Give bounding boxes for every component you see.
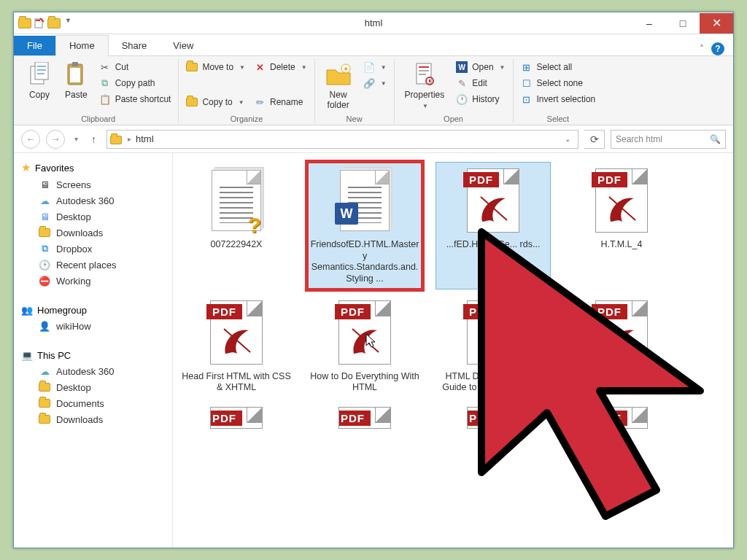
file-item[interactable]: PDFHead First HTML with CSS & XHTML bbox=[179, 294, 294, 398]
star-icon: ★ bbox=[21, 161, 31, 174]
breadcrumb-item[interactable]: html bbox=[136, 133, 154, 144]
svg-text:✦: ✦ bbox=[343, 65, 349, 73]
sidebar-item-desktop[interactable]: 🖥Desktop bbox=[18, 209, 168, 225]
this-pc-header[interactable]: 💻This PC bbox=[18, 347, 168, 363]
paste-icon bbox=[66, 62, 85, 87]
sidebar-item-downloads[interactable]: Downloads bbox=[18, 225, 168, 241]
history-button[interactable]: 🕐History bbox=[454, 93, 506, 106]
delete-button[interactable]: ✕Delete▼ bbox=[252, 61, 309, 74]
close-button[interactable]: ✕ bbox=[700, 13, 733, 34]
folder-icon bbox=[39, 381, 50, 393]
file-item[interactable]: PDFHow to Do Everything With HTML bbox=[307, 294, 422, 398]
paste-shortcut-icon: 📋 bbox=[99, 93, 111, 105]
folder-icon bbox=[18, 17, 31, 30]
file-item[interactable]: PDF bbox=[436, 402, 551, 432]
properties-icon[interactable] bbox=[33, 17, 46, 30]
search-input[interactable]: Search html 🔍 bbox=[611, 130, 726, 149]
tab-home[interactable]: Home bbox=[55, 35, 109, 56]
refresh-button[interactable]: ⟳ bbox=[584, 130, 605, 149]
move-to-button[interactable]: Move to▼ bbox=[185, 61, 247, 74]
new-folder-button[interactable]: ✦ New folder bbox=[321, 59, 356, 113]
move-to-icon bbox=[186, 61, 198, 73]
sidebar-item-pc-autodesk[interactable]: ☁Autodesk 360 bbox=[18, 363, 168, 379]
sidebar-item-recent[interactable]: 🕑Recent places bbox=[18, 257, 168, 273]
open-button[interactable]: WOpen▼ bbox=[454, 61, 506, 74]
edit-button[interactable]: ✎Edit bbox=[454, 77, 506, 90]
svg-rect-6 bbox=[37, 73, 44, 74]
ribbon-tabs: File Home Share View ˄ ? bbox=[14, 34, 733, 56]
svg-rect-15 bbox=[419, 74, 426, 75]
properties-label: Properties bbox=[405, 90, 445, 100]
pc-icon: 💻 bbox=[21, 349, 33, 361]
qat-dropdown-icon[interactable]: ▼ bbox=[62, 17, 74, 30]
file-name: H... visual for desig effective Web bbox=[567, 371, 676, 394]
copy-path-button[interactable]: ⧉Copy path bbox=[98, 77, 173, 90]
back-button[interactable]: ← bbox=[21, 130, 40, 149]
file-list[interactable]: ?007222942XWFriendsofED.HTML.Mastery Sem… bbox=[173, 153, 733, 548]
homegroup-icon: 👥 bbox=[21, 304, 33, 316]
paste-shortcut-button[interactable]: 📋Paste shortcut bbox=[98, 93, 173, 106]
folder-icon bbox=[110, 134, 123, 144]
rename-button[interactable]: ✏Rename bbox=[252, 96, 309, 109]
file-item[interactable]: PDFHTML Dog Best-Practic Guide to XHTM a… bbox=[436, 294, 551, 398]
homegroup-header[interactable]: 👥Homegroup bbox=[18, 302, 168, 318]
file-name: H.T.M.L_4 bbox=[601, 239, 643, 251]
file-item[interactable]: PDF bbox=[307, 402, 422, 432]
recent-locations-button[interactable]: ▾ bbox=[71, 130, 81, 149]
file-item[interactable]: PDFH.T.M.L_4 bbox=[564, 162, 679, 289]
paste-button[interactable]: Paste bbox=[61, 59, 92, 103]
forward-button[interactable]: → bbox=[46, 130, 65, 149]
dropbox-icon: ⧉ bbox=[39, 243, 50, 254]
copy-button[interactable]: Copy bbox=[24, 59, 55, 103]
file-icon: PDF bbox=[592, 407, 651, 429]
file-item[interactable]: PDF bbox=[564, 402, 679, 432]
sidebar-item-pc-documents[interactable]: Documents bbox=[18, 395, 168, 411]
recent-icon: 🕑 bbox=[39, 259, 50, 271]
sidebar-item-wikihow[interactable]: 👤wikiHow bbox=[18, 318, 168, 334]
address-dropdown-icon[interactable]: ⌄ bbox=[560, 135, 575, 143]
properties-button[interactable]: Properties ▼ bbox=[400, 59, 449, 112]
file-item[interactable]: WFriendsofED.HTML.Mastery Semantics.Stan… bbox=[307, 162, 422, 289]
sidebar-item-autodesk[interactable]: ☁Autodesk 360 bbox=[18, 192, 168, 209]
easy-access-button[interactable]: 🔗▼ bbox=[362, 77, 388, 90]
tab-share[interactable]: Share bbox=[109, 36, 160, 55]
tab-file[interactable]: File bbox=[14, 36, 55, 55]
sidebar-item-pc-downloads[interactable]: Downloads bbox=[18, 411, 168, 427]
svg-rect-14 bbox=[419, 70, 429, 71]
file-item[interactable]: PDF...fED.HTML Se... rds... bbox=[436, 162, 551, 289]
cut-button[interactable]: ✂Cut bbox=[98, 61, 173, 74]
address-bar[interactable]: ▸ html ⌄ bbox=[107, 130, 578, 149]
up-button[interactable]: ↑ bbox=[87, 133, 101, 145]
sidebar-item-pc-desktop[interactable]: Desktop bbox=[18, 379, 168, 395]
select-none-button[interactable]: ☐Select none bbox=[519, 77, 597, 90]
history-icon: 🕐 bbox=[456, 93, 468, 105]
invert-selection-button[interactable]: ⊡Invert selection bbox=[519, 93, 597, 106]
file-item[interactable]: PDF bbox=[179, 402, 294, 432]
sidebar-item-dropbox[interactable]: ⧉Dropbox bbox=[18, 241, 168, 257]
copy-to-button[interactable]: Copy to▼ bbox=[185, 96, 247, 109]
new-item-button[interactable]: 📄▼ bbox=[362, 61, 388, 74]
new-group-label: New bbox=[321, 113, 388, 123]
svg-rect-13 bbox=[419, 66, 429, 68]
maximize-button[interactable]: □ bbox=[666, 13, 700, 34]
sidebar-item-working[interactable]: ⛔Working bbox=[18, 273, 168, 289]
minimize-button[interactable]: – bbox=[632, 13, 666, 34]
file-name: Head First HTML with CSS & XHTML bbox=[182, 371, 291, 394]
svg-rect-17 bbox=[429, 79, 430, 82]
paste-label: Paste bbox=[65, 90, 88, 100]
tab-view[interactable]: View bbox=[160, 36, 206, 55]
favorites-header[interactable]: ★Favorites bbox=[18, 159, 168, 176]
help-icon[interactable]: ? bbox=[711, 42, 724, 55]
select-all-button[interactable]: ⊞Select all bbox=[519, 61, 597, 74]
ribbon-group-select: ⊞Select all ☐Select none ⊡Invert selecti… bbox=[514, 59, 603, 123]
open-group-label: Open bbox=[400, 113, 507, 123]
file-icon: PDF bbox=[207, 298, 266, 367]
new-folder-qat-icon[interactable] bbox=[47, 17, 61, 30]
collapse-ribbon-icon[interactable]: ˄ bbox=[700, 44, 704, 54]
sidebar-item-screens[interactable]: 🖥Screens bbox=[18, 176, 168, 192]
file-item[interactable]: ?007222942X bbox=[179, 162, 294, 289]
file-item[interactable]: PDFH... visual for desig effective Web bbox=[564, 294, 679, 398]
monitor-icon: 🖥 bbox=[39, 179, 50, 190]
copy-icon bbox=[28, 62, 50, 87]
file-name: FriendsofED.HTML.Mastery Semantics.Stand… bbox=[310, 239, 419, 285]
